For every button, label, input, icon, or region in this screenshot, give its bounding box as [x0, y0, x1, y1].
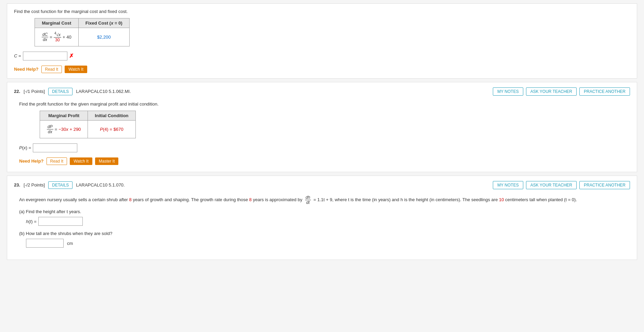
problem-23-answer-input-b[interactable] — [26, 239, 64, 248]
years-highlight-1: 8 — [129, 197, 132, 202]
my-notes-button-22[interactable]: MY NOTES — [493, 87, 523, 96]
problem-23-header: 23. [-/2 Points] DETAILS LARAPCALC10 5.1… — [14, 181, 630, 189]
fixed-cost-value: $2,200 — [78, 28, 129, 46]
details-button-22[interactable]: DETAILS — [48, 88, 73, 95]
marginal-cost-formula: dC dx = 4√x 30 + 40 — [35, 28, 79, 46]
problem-22-content: Find the profit function for the given m… — [14, 100, 630, 167]
intro-text-2: years of growth and shaping. The growth … — [133, 197, 248, 202]
problem-21-answer-input[interactable] — [23, 52, 67, 60]
intro-text-4: = 1.1t + 9, where t is the time (in year… — [314, 197, 498, 202]
height-highlight: 10 — [499, 197, 504, 202]
problem-21-need-help: Need Help? Read It Watch It — [14, 66, 630, 73]
practice-another-button-22[interactable]: PRACTICE ANOTHER — [579, 87, 630, 96]
problem-23-action-buttons: MY NOTES ASK YOUR TEACHER PRACTICE ANOTH… — [493, 181, 630, 189]
problem-22-action-buttons: MY NOTES ASK YOUR TEACHER PRACTICE ANOTH… — [493, 87, 630, 96]
read-it-button[interactable]: Read It — [41, 66, 62, 73]
problem-22-points: [-/1 Points] — [24, 89, 45, 94]
my-notes-button-23[interactable]: MY NOTES — [493, 181, 523, 189]
col-header-marginal-cost: Marginal Cost — [35, 18, 79, 28]
problem-22-code: LARAPCALC10 5.1.062.MI. — [76, 89, 131, 94]
dh-dt-formula: dh dt — [305, 197, 312, 202]
watch-it-button[interactable]: Watch It — [65, 66, 87, 73]
sub-a-answer-row: h(t) = — [26, 217, 625, 226]
ask-teacher-button-23[interactable]: ASK YOUR TEACHER — [526, 181, 577, 189]
sub-b-answer-row: cm — [26, 239, 625, 248]
problem-23-section: 23. [-/2 Points] DETAILS LARAPCALC10 5.1… — [7, 176, 637, 260]
error-icon: ✗ — [69, 53, 74, 59]
need-help-label-22: Need Help? — [19, 158, 44, 164]
ask-teacher-button-22[interactable]: ASK YOUR TEACHER — [526, 87, 577, 96]
master-it-button-22[interactable]: Master It — [95, 157, 119, 165]
problem-22-header: 22. [-/1 Points] DETAILS LARAPCALC10 5.1… — [14, 87, 630, 96]
problem-22-number: 22. — [14, 89, 20, 94]
problem-22-answer-row: P(x) = — [19, 143, 625, 152]
problem-21-instruction: Find the cost function for the marginal … — [14, 9, 630, 14]
intro-text-1: An evergreen nursery usually sells a cer… — [19, 197, 128, 202]
details-button-23[interactable]: DETAILS — [48, 181, 73, 189]
problem-23-content: An evergreen nursery usually sells a cer… — [14, 193, 630, 255]
intro-text-5: centimeters tall when planted (t = 0). — [505, 197, 577, 202]
problem-23-code: LARAPCALC10 5.1.070. — [76, 182, 124, 188]
sub-a-text: (a) Find the height after t years. — [19, 209, 625, 214]
problem-22-section: 22. [-/1 Points] DETAILS LARAPCALC10 5.1… — [7, 82, 637, 172]
problem-22-instruction: Find the profit function for the given m… — [19, 101, 625, 107]
problem-22-need-help: Need Help? Read It Watch It Master It — [19, 157, 625, 165]
marginal-profit-formula: dP dx = −30x + 290 — [40, 120, 88, 138]
sub-b-text: (b) How tall are the shrubs when they ar… — [19, 231, 625, 236]
col-header-fixed-cost: Fixed Cost (x = 0) — [78, 18, 129, 28]
problem-22-answer-input[interactable] — [33, 143, 77, 152]
col-header-initial-condition: Initial Condition — [88, 111, 135, 120]
ht-equals-label: h(t) = — [26, 219, 37, 224]
problem-23-answer-input-a[interactable] — [38, 217, 83, 226]
initial-condition-value: P(4) = $670 — [88, 120, 135, 138]
practice-another-button-23[interactable]: PRACTICE ANOTHER — [579, 181, 630, 189]
sub-question-b: (b) How tall are the shrubs when they ar… — [19, 231, 625, 248]
c-equals-label: C = — [14, 53, 21, 58]
col-header-marginal-profit: Marginal Profit — [40, 111, 88, 120]
need-help-label: Need Help? — [14, 67, 39, 72]
read-it-button-22[interactable]: Read It — [47, 157, 67, 165]
cm-label: cm — [67, 241, 73, 246]
problem-23-instruction: An evergreen nursery usually sells a cer… — [19, 195, 625, 205]
px-equals-label: P(x) = — [19, 145, 31, 150]
problem-23-points: [-/2 Points] — [24, 182, 45, 188]
problem-23-header-left: 23. [-/2 Points] DETAILS LARAPCALC10 5.1… — [14, 181, 125, 189]
problem-22-header-left: 22. [-/1 Points] DETAILS LARAPCALC10 5.1… — [14, 88, 131, 95]
intro-text-3: years is approximated by — [253, 197, 302, 202]
watch-it-button-22[interactable]: Watch It — [70, 157, 92, 165]
problem-21-section: Find the cost function for the marginal … — [7, 3, 637, 79]
problem-22-table: Marginal Profit Initial Condition dP dx … — [40, 111, 136, 138]
problem-23-number: 23. — [14, 182, 20, 188]
sub-question-a: (a) Find the height after t years. h(t) … — [19, 209, 625, 226]
problem-21-table: Marginal Cost Fixed Cost (x = 0) dC dx = — [35, 18, 130, 46]
problem-21-answer-row: C = ✗ — [14, 52, 630, 60]
years-highlight-2: 8 — [249, 197, 252, 202]
